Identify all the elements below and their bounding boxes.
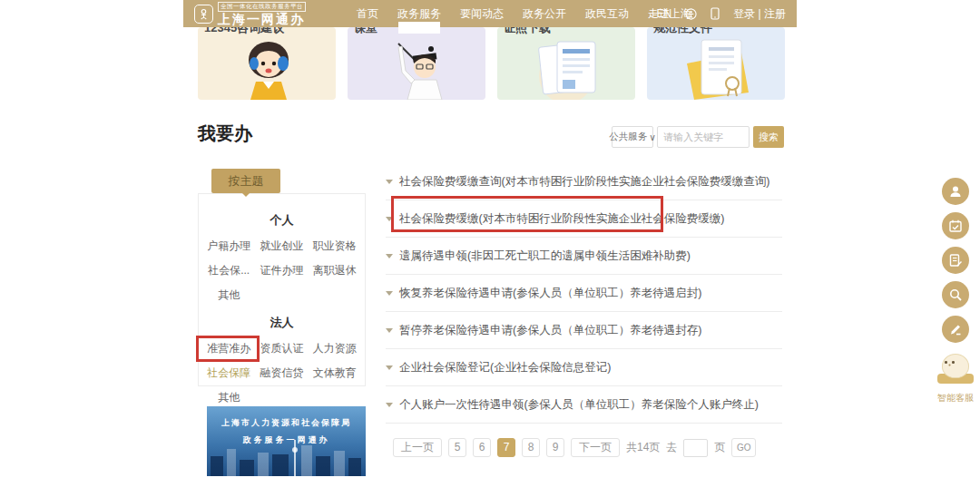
sidebar-item[interactable]: 社会保... xyxy=(202,263,255,278)
nav-item[interactable]: 要闻动态 xyxy=(460,6,504,22)
category-select-value: 公共服务 xyxy=(609,131,647,143)
site-logo[interactable]: 全国一体化在线政务服务平台 上海一网通办 xyxy=(194,2,306,25)
banner-card-classroom[interactable]: 课堂 xyxy=(348,27,485,100)
search-input[interactable] xyxy=(657,126,750,148)
sidebar-item[interactable]: 职业资格 xyxy=(309,239,361,254)
teacher-illustration xyxy=(348,36,485,100)
service-list-item[interactable]: 社会保险费缓缴(对本市特困行业阶段性实施企业社会保险费缓缴) xyxy=(386,200,782,238)
triangle-marker-icon xyxy=(386,403,393,407)
banner-cards: 12345咨询建议 课堂 xyxy=(183,27,797,100)
sidebar-item[interactable]: 离职退休 xyxy=(309,263,361,278)
nav-item[interactable]: 政务公开 xyxy=(523,6,566,22)
service-list-item[interactable]: 遗属待遇申领(非因工死亡职工的遗属申领生活困难补助费) xyxy=(386,238,782,275)
platform-badge: 全国一体化在线政务服务平台 xyxy=(218,2,306,12)
next-page-button[interactable]: 下一页 xyxy=(571,438,620,457)
smart-service-mascot[interactable] xyxy=(936,352,975,384)
page-number-input[interactable] xyxy=(683,439,708,457)
banner-card-download[interactable]: 证照下载 xyxy=(497,27,635,100)
service-label: 暂停养老保险待遇申请(参保人员（单位职工）养老待遇封存) xyxy=(399,323,701,338)
service-list-item[interactable]: 个人账户一次性待遇申领(参保人员（单位职工）养老保险个人账户终止) xyxy=(386,386,782,424)
banner-card-title: 证照下载 xyxy=(504,27,551,36)
search-icon[interactable] xyxy=(942,281,969,308)
page-number-button[interactable]: 7 xyxy=(497,438,515,457)
go-button[interactable]: GO xyxy=(731,438,756,457)
nav-item[interactable]: 政民互动 xyxy=(585,6,629,22)
triangle-marker-icon xyxy=(386,291,393,296)
page-buttons: 5 6 7 8 9 xyxy=(448,438,564,457)
page-number-button[interactable]: 5 xyxy=(448,438,466,457)
sidebar-item[interactable]: 就业创业 xyxy=(255,239,308,254)
calendar-icon[interactable] xyxy=(942,212,969,239)
pagination: 上一页 5 6 7 8 9 下一页 共14页 去 页 GO xyxy=(393,438,756,457)
accessibility-icon[interactable] xyxy=(685,8,697,20)
service-label: 社会保险费缓缴(对本市特困行业阶段性实施企业社会保险费缓缴) xyxy=(399,211,724,227)
edit-icon[interactable] xyxy=(942,316,969,343)
search-button[interactable]: 搜索 xyxy=(753,126,784,148)
service-label: 个人账户一次性待遇申领(参保人员（单位职工）养老保险个人账户终止) xyxy=(399,397,759,413)
service-list-item[interactable]: 社会保险费缓缴查询(对本市特困行业阶段性实施企业社会保险费缓缴查询) xyxy=(386,163,782,200)
sidebar-item[interactable]: 文体教育 xyxy=(309,365,361,381)
form-icon[interactable] xyxy=(942,247,969,274)
promo-line2: 政务服务一网通办 xyxy=(207,434,366,446)
legal-items: 准营准办 资质认证 人力资源 社会保障 融资信贷 文体教育 其他 xyxy=(199,341,365,405)
hotline-girl-illustration xyxy=(198,36,336,100)
user-icon[interactable] xyxy=(942,178,969,205)
category-select[interactable]: 公共服务 ∨ xyxy=(612,126,653,148)
sidebar-item[interactable]: 社会保障 xyxy=(202,365,255,381)
group-header-personal: 个人 xyxy=(199,212,365,229)
sidebar-item[interactable]: 准营准办 xyxy=(202,341,255,356)
smart-service-label[interactable]: 智能客服 xyxy=(937,392,974,404)
theme-sidebar: 个人 户籍办理 就业创业 职业资格 社会保... 证件办理 离职退休 其他 xyxy=(198,193,366,386)
sidebar-item[interactable]: 融资信贷 xyxy=(255,365,308,381)
service-label: 社会保险费缓缴查询(对本市特困行业阶段性实施企业社会保险费缓缴查询) xyxy=(399,174,769,190)
service-label: 企业社会保险登记(企业社会保险信息登记) xyxy=(399,360,611,375)
tab-by-theme[interactable]: 按主题 xyxy=(211,169,280,193)
promo-line1: 上海市人力资源和社会保障局 xyxy=(207,417,366,429)
mobile-icon[interactable] xyxy=(710,7,720,20)
register-link[interactable]: 注册 xyxy=(764,7,786,20)
service-label: 恢复养老保险待遇申请(参保人员（单位职工）养老待遇启封) xyxy=(399,286,701,301)
sidebar-item[interactable]: 其他 xyxy=(202,390,255,405)
personal-items: 户籍办理 就业创业 职业资格 社会保... 证件办理 离职退休 其他 xyxy=(199,239,365,303)
page-title: 我要办 xyxy=(198,122,252,146)
sidebar-item[interactable]: 人力资源 xyxy=(309,341,361,356)
page-suffix: 页 xyxy=(714,440,725,455)
language-toggle[interactable]: EN xyxy=(657,7,672,20)
banner-card-12345[interactable]: 12345咨询建议 xyxy=(198,27,336,100)
prev-page-button[interactable]: 上一页 xyxy=(393,438,442,457)
sidebar-group-personal: 个人 户籍办理 就业创业 职业资格 社会保... 证件办理 离职退休 其他 xyxy=(199,212,365,303)
search-bar: 公共服务 ∨ 搜索 xyxy=(612,126,784,148)
regulation-file-illustration xyxy=(647,36,785,100)
banner-card-title: 规范性文件 xyxy=(653,27,712,36)
page: 全国一体化在线政务服务平台 上海一网通办 首页 政务服务 要闻动态 政务公开 政… xyxy=(0,0,980,497)
banner-card-regulations[interactable]: 规范性文件 xyxy=(647,27,785,100)
nav-item[interactable]: 首页 xyxy=(357,6,378,22)
service-list-item[interactable]: 恢复养老保险待遇申请(参保人员（单位职工）养老待遇启封) xyxy=(386,275,782,312)
top-header: 全国一体化在线政务服务平台 上海一网通办 首页 政务服务 要闻动态 政务公开 政… xyxy=(183,0,797,27)
banner-card-title: 课堂 xyxy=(354,27,377,36)
service-list-item[interactable]: 暂停养老保险待遇申请(参保人员（单位职工）养老待遇封存) xyxy=(386,312,782,349)
sidebar-item[interactable]: 户籍办理 xyxy=(202,239,255,254)
floating-toolbar: 智能客服 xyxy=(936,178,975,404)
service-list-item[interactable]: 企业社会保险登记(企业社会保险信息登记) xyxy=(386,349,782,386)
sidebar-item[interactable]: 其他 xyxy=(202,287,255,303)
chevron-down-icon: ∨ xyxy=(649,132,656,142)
group-header-legal: 法人 xyxy=(199,315,365,331)
service-label: 遗属待遇申领(非因工死亡职工的遗属申领生活困难补助费) xyxy=(399,248,691,264)
page-number-button[interactable]: 8 xyxy=(522,438,540,457)
triangle-marker-icon xyxy=(386,365,393,370)
mascot-body xyxy=(942,354,969,378)
banner-card-title: 12345咨询建议 xyxy=(204,27,284,36)
page-number-button[interactable]: 9 xyxy=(546,438,564,457)
total-pages-text: 共14页 xyxy=(626,440,660,455)
sidebar-item[interactable]: 证件办理 xyxy=(255,263,308,278)
pearl-tower xyxy=(294,440,296,476)
sidebar-item[interactable]: 资质认证 xyxy=(255,341,308,356)
hrss-promo-banner[interactable]: 上海市人力资源和社会保障局 政务服务一网通办 xyxy=(207,406,366,476)
nav-item[interactable]: 政务服务 xyxy=(397,6,441,22)
login-link[interactable]: 登录 xyxy=(733,7,755,20)
page-number-button[interactable]: 6 xyxy=(473,438,491,457)
main-nav: 首页 政务服务 要闻动态 政务公开 政民互动 走进上海 xyxy=(357,6,691,22)
triangle-marker-icon xyxy=(386,180,393,184)
login-divider: | xyxy=(759,7,761,20)
